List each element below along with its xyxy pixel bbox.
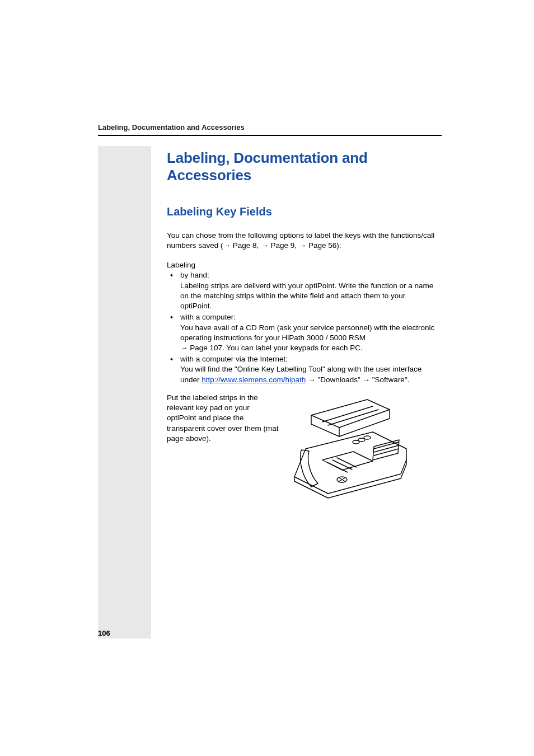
page-ref: Page 9 bbox=[270, 241, 294, 250]
page-ref: Page 107 bbox=[190, 344, 222, 352]
running-header: Labeling, Documentation and Accessories bbox=[98, 123, 442, 132]
list-item-body: . You can label your keypads for each PC… bbox=[222, 344, 363, 352]
list-item-body: Labeling strips are deliverd with your o… bbox=[180, 281, 433, 310]
page-ref: Page 56 bbox=[308, 241, 336, 250]
intro-post: ): bbox=[336, 241, 341, 250]
list-item-body: "Software" bbox=[372, 375, 407, 384]
arrow-icon: → bbox=[308, 375, 316, 384]
bullet-list: by hand: Labeling strips are deliverd wi… bbox=[167, 270, 436, 384]
list-item: with a computer via the Internet: You wi… bbox=[167, 354, 436, 385]
content-row: Labeling, Documentation and Accessories … bbox=[98, 146, 442, 638]
svg-line-1 bbox=[332, 460, 352, 469]
svg-line-0 bbox=[328, 463, 348, 472]
intro-sep: , bbox=[294, 241, 299, 250]
list-item-body: You have avail of a CD Rom (ask your ser… bbox=[180, 323, 434, 342]
list-item: with a computer: You have avail of a CD … bbox=[167, 312, 436, 353]
optipoint-phone-icon bbox=[289, 393, 423, 499]
list-item-head: by hand: bbox=[180, 271, 209, 279]
left-margin-bar bbox=[98, 146, 151, 638]
arrow-icon: → bbox=[363, 375, 371, 384]
arrow-icon: → bbox=[299, 241, 307, 250]
list-item-body: "Downloads" bbox=[317, 375, 360, 384]
page-ref: Page 8 bbox=[233, 241, 257, 250]
arrow-icon: → bbox=[261, 241, 269, 250]
phone-illustration bbox=[289, 393, 436, 499]
intro-sep: , bbox=[257, 241, 261, 250]
list-item: by hand: Labeling strips are deliverd wi… bbox=[167, 270, 436, 311]
document-page: Labeling, Documentation and Accessories … bbox=[0, 0, 534, 756]
list-item-head: with a computer via the Internet: bbox=[180, 355, 288, 363]
list-item-head: with a computer: bbox=[180, 313, 236, 321]
closing-paragraph: Put the labeled strips in the relevant k… bbox=[167, 393, 279, 444]
svg-point-10 bbox=[364, 436, 371, 439]
svg-line-2 bbox=[337, 458, 357, 467]
closing-row: Put the labeled strips in the relevant k… bbox=[167, 393, 436, 499]
intro-paragraph: You can chose from the following options… bbox=[167, 231, 436, 251]
list-item-body: . bbox=[407, 375, 410, 384]
arrow-icon: → bbox=[180, 344, 188, 352]
list-label: Labeling bbox=[167, 261, 436, 269]
hyperlink[interactable]: http://www.siemens.com/hipath bbox=[202, 375, 306, 384]
page-number: 106 bbox=[98, 629, 110, 637]
svg-line-4 bbox=[374, 445, 399, 452]
header-rule bbox=[98, 135, 442, 136]
page-title: Labeling, Documentation and Accessories bbox=[167, 149, 436, 184]
main-column: Labeling, Documentation and Accessories … bbox=[151, 146, 442, 638]
section-heading: Labeling Key Fields bbox=[167, 205, 436, 218]
arrow-icon: → bbox=[223, 241, 231, 250]
